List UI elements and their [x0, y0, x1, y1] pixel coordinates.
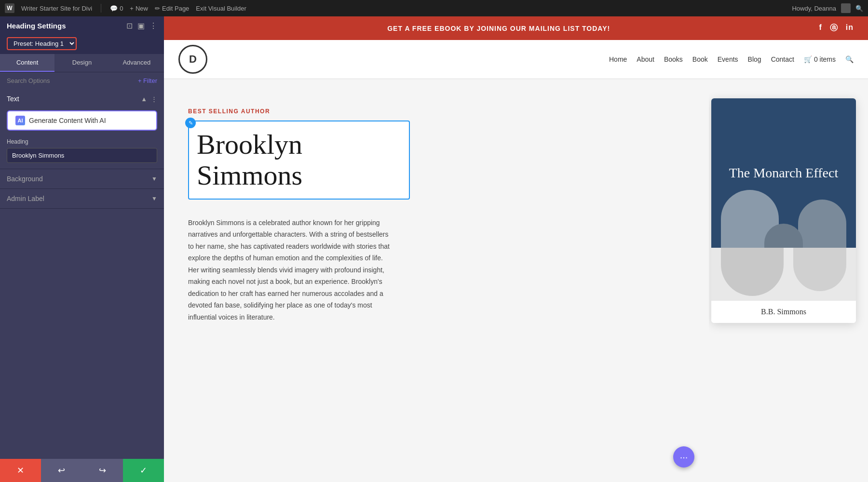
more-icon[interactable]: ⋮ — [151, 95, 157, 103]
sidebar-layout-icon[interactable]: ▣ — [137, 21, 145, 30]
main-heading: Brooklyn Simmons — [197, 129, 401, 191]
site-logo[interactable]: D — [178, 45, 207, 74]
howdy-text: Howdy, Deanna — [792, 5, 836, 12]
main-section: BEST SELLING AUTHOR ✎ Brooklyn Simmons B… — [164, 79, 709, 482]
book-card: The Monarch Effect B.B. Simmons — [711, 98, 856, 323]
nav-home[interactable]: Home — [609, 55, 627, 63]
heading-edit-area[interactable]: ✎ Brooklyn Simmons — [188, 120, 410, 200]
instagram-icon[interactable]: ⓐ — [830, 23, 838, 33]
cover-arch-right — [798, 200, 846, 248]
cart-count: 0 items — [814, 55, 836, 63]
exit-builder-link[interactable]: Exit Visual Builder — [196, 5, 246, 12]
edit-pin-icon: ✎ — [185, 118, 196, 128]
heading-label: Heading — [7, 138, 157, 145]
sidebar-content: Text ▲ ⋮ AI Generate Content With AI Hea… — [0, 89, 164, 459]
text-section: Text ▲ ⋮ AI Generate Content With AI Hea… — [0, 89, 164, 169]
page-content: BEST SELLING AUTHOR ✎ Brooklyn Simmons B… — [164, 79, 868, 482]
new-link[interactable]: + New — [130, 5, 148, 12]
lower-arch-left — [721, 248, 784, 296]
site-name-text: Writer Starter Site for Divi — [21, 5, 92, 12]
filter-button[interactable]: + Filter — [138, 77, 157, 84]
book-cover: The Monarch Effect — [711, 98, 856, 248]
nav-bar: D Home About Books Book Events Blog Cont… — [164, 40, 868, 79]
nav-about[interactable]: About — [637, 55, 654, 63]
sidebar-responsive-icon[interactable]: ⊡ — [126, 21, 133, 30]
banner-social-icons: f ⓐ in — [819, 23, 854, 33]
main-layout: Heading Settings ⊡ ▣ ⋮ Preset: Heading 1… — [0, 16, 868, 482]
comments-link[interactable]: 💬 0 — [110, 5, 123, 12]
plus-icon: + — [130, 5, 134, 12]
nav-contact[interactable]: Contact — [771, 55, 794, 63]
pencil-icon: ✏ — [155, 5, 160, 12]
preset-select[interactable]: Preset: Heading 1 — [7, 37, 77, 50]
heading-input[interactable] — [7, 148, 157, 163]
background-chevron-icon: ▼ — [151, 175, 157, 182]
expand-icon[interactable]: ▲ — [141, 95, 147, 103]
nav-links: Home About Books Book Events Blog Contac… — [609, 55, 854, 63]
ai-generate-button[interactable]: AI Generate Content With AI — [7, 110, 157, 131]
undo-button[interactable]: ↩ — [41, 459, 82, 482]
preset-bar: Preset: Heading 1 — [0, 35, 164, 54]
nav-book[interactable]: Book — [692, 55, 708, 63]
sidebar-header: Heading Settings ⊡ ▣ ⋮ — [0, 16, 164, 35]
sidebar-search-bar: + Filter — [0, 72, 164, 89]
book-title: The Monarch Effect — [729, 164, 839, 182]
nav-books[interactable]: Books — [664, 55, 683, 63]
linkedin-icon[interactable]: in — [846, 23, 854, 33]
admin-bar: W Writer Starter Site for Divi 💬 0 + New… — [0, 0, 868, 16]
book-author: B.B. Simmons — [711, 301, 856, 323]
admin-label-section[interactable]: Admin Label ▼ — [0, 189, 164, 209]
tab-design[interactable]: Design — [54, 54, 109, 72]
sidebar-more-icon[interactable]: ⋮ — [149, 21, 157, 30]
author-bio: Brooklyn Simmons is a celebrated author … — [188, 217, 391, 323]
text-section-header[interactable]: Text ▲ ⋮ — [0, 89, 164, 108]
user-avatar[interactable] — [841, 3, 851, 13]
top-banner: GET A FREE EBOOK BY JOINING OUR MAILING … — [164, 16, 868, 40]
save-button[interactable]: ✓ — [123, 459, 164, 482]
book-lower-decoration — [711, 248, 856, 301]
search-icon[interactable]: 🔍 — [855, 5, 863, 12]
text-section-icons: ▲ ⋮ — [141, 95, 157, 103]
nav-events[interactable]: Events — [718, 55, 738, 63]
ai-icon: AI — [15, 116, 25, 125]
tab-advanced[interactable]: Advanced — [109, 54, 164, 72]
edit-page-link[interactable]: ✏ Edit Page — [155, 5, 189, 12]
sidebar: Heading Settings ⊡ ▣ ⋮ Preset: Heading 1… — [0, 16, 164, 482]
background-section-title: Background — [7, 175, 43, 183]
nav-blog[interactable]: Blog — [748, 55, 761, 63]
redo-button[interactable]: ↪ — [82, 459, 123, 482]
page-area: GET A FREE EBOOK BY JOINING OUR MAILING … — [164, 16, 868, 482]
cart-link[interactable]: 🛒 0 items — [804, 55, 836, 63]
nav-search-icon[interactable]: 🔍 — [845, 55, 854, 63]
best-selling-label: BEST SELLING AUTHOR — [188, 108, 685, 115]
ai-button-label: Generate Content With AI — [29, 117, 106, 124]
wordpress-logo[interactable]: W — [5, 3, 14, 13]
comment-icon: 💬 — [110, 5, 118, 12]
tab-content[interactable]: Content — [0, 54, 54, 72]
sidebar-header-icons: ⊡ ▣ ⋮ — [126, 21, 157, 30]
sidebar-title: Heading Settings — [7, 22, 66, 30]
admin-label-section-title: Admin Label — [7, 195, 44, 202]
search-input[interactable] — [7, 77, 134, 84]
background-section[interactable]: Background ▼ — [0, 169, 164, 189]
lower-arch-right — [793, 248, 846, 291]
divider — [101, 4, 101, 13]
floating-action-button[interactable]: ··· — [673, 446, 694, 468]
banner-text: GET A FREE EBOOK BY JOINING OUR MAILING … — [178, 25, 819, 32]
admin-label-chevron-icon: ▼ — [151, 195, 157, 202]
cart-icon: 🛒 — [804, 55, 812, 63]
facebook-icon[interactable]: f — [819, 23, 822, 33]
cancel-button[interactable]: ✕ — [0, 459, 41, 482]
heading-field-group: Heading — [0, 136, 164, 169]
book-card-area: The Monarch Effect B.B. Simmons — [709, 79, 868, 482]
site-name-link[interactable]: Writer Starter Site for Divi — [21, 5, 92, 12]
sidebar-tabs: Content Design Advanced — [0, 54, 164, 72]
admin-bar-right: Howdy, Deanna 🔍 — [792, 3, 863, 13]
text-section-title: Text — [7, 95, 19, 103]
sidebar-footer: ✕ ↩ ↪ ✓ — [0, 459, 164, 482]
